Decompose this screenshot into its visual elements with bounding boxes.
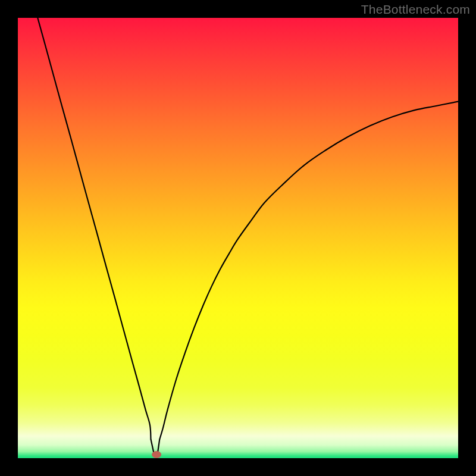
curve-left-branch [37, 18, 151, 439]
curve-layer [18, 18, 458, 458]
attribution-text: TheBottleneck.com [361, 2, 470, 17]
chart-frame: TheBottleneck.com [0, 0, 476, 476]
plot-area [18, 18, 458, 458]
curve-right-branch [159, 102, 458, 440]
optimal-marker [152, 451, 161, 458]
